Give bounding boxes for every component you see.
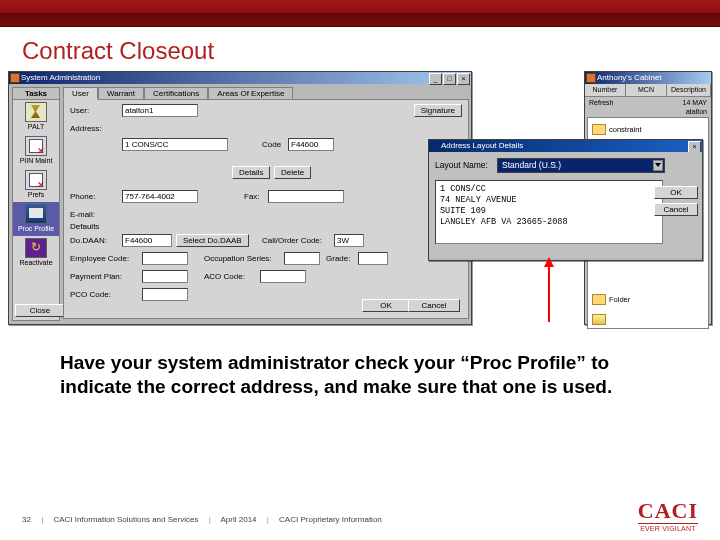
window-address-layout-details: Address Layout Details × Layout Name: St…	[428, 139, 703, 261]
callout-arrow	[548, 266, 550, 322]
grade-label: Grade:	[326, 254, 350, 263]
empcode-label: Employee Code:	[70, 254, 129, 263]
fax-label: Fax:	[244, 192, 260, 201]
slide-accent-band	[0, 0, 720, 27]
logo-tagline: EVER VIGILANT	[638, 525, 698, 532]
acocode-label: ACO Code:	[204, 272, 245, 281]
key-icon	[25, 136, 47, 156]
pcocode-label: PCO Code:	[70, 290, 111, 299]
address-preview: 1 CONS/CC 74 NEALY AVENUE SUITE 109 LANG…	[435, 180, 663, 244]
cabinet-user: atalton	[585, 108, 711, 115]
acocode-field[interactable]	[260, 270, 306, 283]
select-dodaab-button[interactable]: Select Do.DAAB	[176, 234, 249, 247]
slide-title: Contract Closeout	[0, 27, 720, 71]
cabinet-tabs: Number MCN Description	[585, 84, 711, 97]
layout-name-label: Layout Name:	[435, 160, 488, 170]
folder-label: constraint	[609, 125, 642, 134]
app-icon	[10, 73, 20, 83]
details-button[interactable]: Details	[232, 166, 270, 179]
titlebar-cabinet[interactable]: Anthony's Cabinet	[585, 72, 711, 84]
phone-field[interactable]: 757-764-4002	[122, 190, 198, 203]
fax-field[interactable]	[268, 190, 344, 203]
defaults-label: Defaults	[70, 222, 99, 231]
empcode-field[interactable]	[142, 252, 188, 265]
reactivate-icon	[25, 238, 47, 258]
prefs-icon	[25, 170, 47, 190]
cabinet-date: 14 MAY	[683, 99, 707, 106]
task-sidebar: Tasks PALT PIIN Maint Prefs Proc Profile…	[12, 87, 60, 321]
refresh-button[interactable]: Refresh	[589, 99, 614, 106]
sidebar-item-label: Prefs	[28, 191, 44, 198]
grade-field[interactable]	[358, 252, 388, 265]
titlebar-text: System Administration	[21, 73, 100, 82]
slide-footer: 32 | CACI Information Solutions and Serv…	[0, 500, 720, 540]
caci-logo: CACI EVER VIGILANT	[638, 500, 698, 532]
sidebar-item-label: Proc Profile	[18, 225, 54, 232]
footer-date: April 2014	[221, 515, 257, 524]
pcocode-field[interactable]	[142, 288, 188, 301]
folder-open[interactable]	[592, 314, 606, 325]
code-label: Code	[262, 140, 281, 149]
payplan-field[interactable]	[142, 270, 188, 283]
callorder-field[interactable]: 3W	[334, 234, 364, 247]
layout-name-value: Standard (U.S.)	[502, 160, 561, 170]
sidebar-item-piin[interactable]: PIIN Maint	[13, 134, 59, 168]
signature-button[interactable]: Signature	[414, 104, 462, 117]
tab-description[interactable]: Description	[667, 84, 711, 96]
app-icon	[586, 73, 596, 83]
logo-text: CACI	[638, 500, 698, 522]
hourglass-icon	[25, 102, 47, 122]
dodaan-field[interactable]: F44600	[122, 234, 172, 247]
sidebar-item-label: PIIN Maint	[20, 157, 53, 164]
ok-button[interactable]: OK	[654, 186, 698, 199]
payplan-label: Payment Plan:	[70, 272, 122, 281]
proc-profile-icon	[25, 204, 47, 224]
sidebar-item-palt[interactable]: PALT	[13, 100, 59, 134]
cancel-button[interactable]: Cancel	[654, 203, 698, 216]
footer-info: 32 | CACI Information Solutions and Serv…	[22, 515, 382, 524]
instruction-text: Have your system administrator check you…	[0, 327, 720, 399]
sidebar-item-reactivate[interactable]: Reactivate	[13, 236, 59, 270]
layout-name-select[interactable]: Standard (U.S.)	[497, 158, 665, 173]
tab-number[interactable]: Number	[585, 84, 626, 96]
titlebar-popup[interactable]: Address Layout Details ×	[429, 140, 702, 152]
titlebar-sysadmin[interactable]: System Administration _ □ ×	[9, 72, 471, 84]
user-field[interactable]: atalton1	[122, 104, 198, 117]
tab-user[interactable]: User	[63, 87, 98, 100]
folder-constraint[interactable]: constraint	[592, 124, 642, 135]
sidebar-item-label: PALT	[28, 123, 44, 130]
delete-button[interactable]: Delete	[274, 166, 311, 179]
sidebar-item-proc-profile[interactable]: Proc Profile	[13, 202, 59, 236]
footer-org: CACI Information Solutions and Services	[53, 515, 198, 524]
window-system-administration: System Administration _ □ × Tasks PALT P…	[8, 71, 472, 325]
occseries-label: Occupation Series:	[204, 254, 272, 263]
close-task-button[interactable]: Close	[15, 304, 65, 317]
phone-label: Phone:	[70, 192, 95, 201]
folder-label: Folder	[609, 295, 630, 304]
email-label: E-mail:	[70, 210, 95, 219]
titlebar-text: Address Layout Details	[441, 141, 523, 150]
tab-mcn[interactable]: MCN	[626, 84, 667, 96]
folder-icon	[592, 124, 606, 135]
sidebar-header: Tasks	[13, 88, 59, 100]
sidebar-item-label: Reactivate	[19, 259, 52, 266]
titlebar-text: Anthony's Cabinet	[597, 73, 662, 82]
user-form: User: atalton1 Signature Address: 1 CONS…	[63, 99, 469, 319]
screenshot-area: System Administration _ □ × Tasks PALT P…	[8, 71, 712, 327]
address-field[interactable]: 1 CONS/CC	[122, 138, 228, 151]
code-field[interactable]: F44600	[288, 138, 334, 151]
dodaan-label: Do.DAAN:	[70, 236, 107, 245]
cancel-button[interactable]: Cancel	[408, 299, 460, 312]
ok-button[interactable]: OK	[362, 299, 410, 312]
page-number: 32	[22, 515, 31, 524]
occseries-field[interactable]	[284, 252, 320, 265]
callorder-label: Call/Order Code:	[262, 236, 322, 245]
folder-open-icon	[592, 314, 606, 325]
user-label: User:	[70, 106, 89, 115]
sidebar-item-prefs[interactable]: Prefs	[13, 168, 59, 202]
folder-icon	[592, 294, 606, 305]
footer-marking: CACI Proprietary Information	[279, 515, 382, 524]
folder-generic[interactable]: Folder	[592, 294, 630, 305]
cabinet-toolbar: Refresh 14 MAY	[585, 97, 711, 108]
address-label: Address:	[70, 124, 102, 133]
